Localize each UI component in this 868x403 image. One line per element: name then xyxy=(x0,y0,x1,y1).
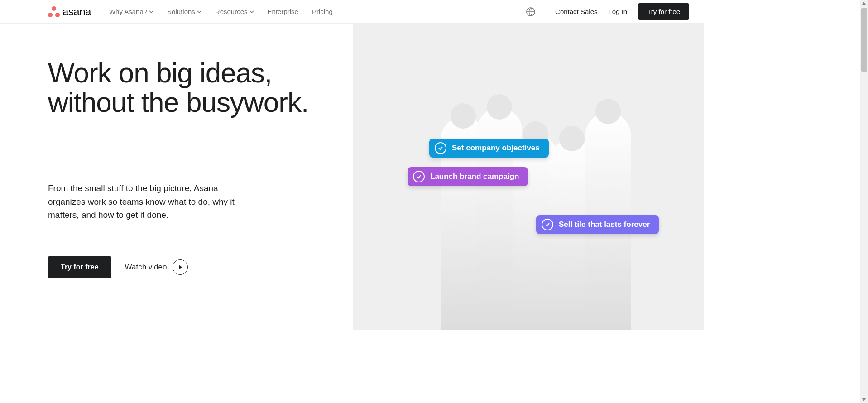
top-nav: asana Why Asana? Solutions Resources xyxy=(0,0,704,24)
contact-sales-link[interactable]: Contact Sales xyxy=(555,8,597,15)
watch-video-button[interactable]: Watch video xyxy=(125,259,188,275)
hero-section: Work on big ideas, without the busywork.… xyxy=(0,24,704,330)
language-selector[interactable] xyxy=(526,6,544,18)
nav-pricing[interactable]: Pricing xyxy=(312,8,333,15)
hero-subtitle: From the small stuff to the big picture,… xyxy=(48,182,243,221)
watch-video-label: Watch video xyxy=(125,263,167,272)
chevron-down-icon xyxy=(249,10,254,14)
nav-try-free-button[interactable]: Try for free xyxy=(638,3,689,20)
divider xyxy=(48,167,82,167)
nav-item-label: Enterprise xyxy=(268,8,298,15)
logo-text: asana xyxy=(62,5,91,18)
login-link[interactable]: Log In xyxy=(608,8,627,15)
hero-cta-row: Try for free Watch video xyxy=(48,256,326,278)
nav-resources[interactable]: Resources xyxy=(215,8,254,15)
hero-title-line1: Work on big ideas, xyxy=(48,57,272,88)
task-pill-tile: Sell tile that lasts forever xyxy=(536,215,659,234)
nav-enterprise[interactable]: Enterprise xyxy=(268,8,298,15)
hero-title-line2: without the busywork. xyxy=(48,86,308,118)
check-icon xyxy=(435,142,446,154)
hero-image: Set company objectives Launch brand camp… xyxy=(353,24,704,330)
task-pill-label: Sell tile that lasts forever xyxy=(559,220,650,229)
task-pill-label: Set company objectives xyxy=(452,144,540,153)
chevron-down-icon xyxy=(149,10,153,14)
chevron-down-icon xyxy=(197,10,201,14)
task-pill-label: Launch brand campaign xyxy=(430,172,519,181)
check-icon xyxy=(413,171,425,182)
nav-why-asana[interactable]: Why Asana? xyxy=(109,8,153,15)
logo-icon xyxy=(48,6,60,17)
nav-links: Why Asana? Solutions Resources Enterpris… xyxy=(109,8,333,15)
nav-item-label: Why Asana? xyxy=(109,8,147,15)
nav-item-label: Solutions xyxy=(167,8,195,15)
task-pill-campaign: Launch brand campaign xyxy=(408,167,528,186)
hero-left: Work on big ideas, without the busywork.… xyxy=(0,24,353,330)
globe-icon xyxy=(526,7,536,17)
check-icon xyxy=(542,219,553,230)
hero-title: Work on big ideas, without the busywork. xyxy=(48,58,326,117)
logo[interactable]: asana xyxy=(48,5,91,18)
hero-try-free-button[interactable]: Try for free xyxy=(48,256,111,278)
nav-solutions[interactable]: Solutions xyxy=(167,8,201,15)
nav-right: Contact Sales Log In Try for free xyxy=(526,3,689,20)
task-pill-objectives: Set company objectives xyxy=(429,139,549,158)
nav-item-label: Resources xyxy=(215,8,248,15)
nav-item-label: Pricing xyxy=(312,8,333,15)
play-icon xyxy=(173,259,188,275)
